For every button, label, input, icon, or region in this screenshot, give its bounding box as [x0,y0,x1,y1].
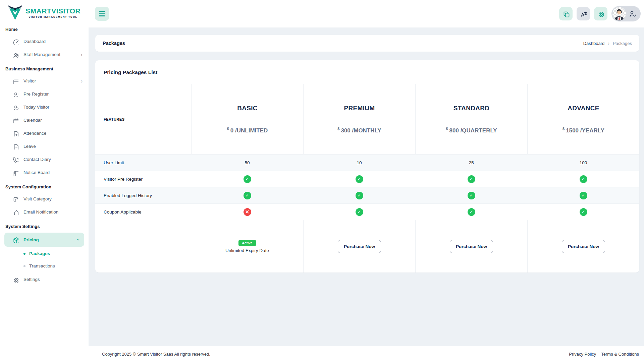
avatar [612,7,626,20]
file-plus-icon [12,130,18,136]
sidebar: SMARTVISITOR VISITOR MANAGEMENT TOOL Hom… [0,0,89,362]
sidebar-item-notice-board[interactable]: Notice Board [0,166,89,179]
package-icon [12,237,18,243]
table-row-visitor-pre-register: Visitor Pre Register [95,171,639,187]
gear-icon [12,277,18,283]
sidebar-item-settings[interactable]: Settings [0,273,89,286]
plan-header-basic: BASIC $0 /UNLIMITED [191,84,303,154]
sidebar-item-attendance[interactable]: Attendance [0,127,89,140]
plan-header-advance: ADVANCE $1500 /YEARLY [527,84,639,154]
sidebar-subitem-transactions[interactable]: Transactions [20,260,89,272]
chevron-right-icon [608,41,609,46]
chevron-down-icon [76,239,81,241]
check-icon [244,175,251,183]
person-check-icon [629,10,636,17]
bullet-icon [23,253,25,255]
table-row-coupon-applicable: Coupon Applicable [95,203,639,220]
sidebar-item-pre-register[interactable]: Pre Register [0,87,89,101]
active-badge: Active [238,240,256,246]
person-check-icon [12,104,18,110]
pricing-card-title: Pricing Packages List [95,60,639,84]
plans-action-row: Active Unlimited Expiry Date Purchase No… [95,220,639,273]
section-system-configuration: System Configuration [0,179,89,192]
check-icon [468,208,475,216]
sidebar-item-today-visitor[interactable]: Today Visitor [0,101,89,114]
window-icon [12,78,18,84]
sidebar-item-email-notification[interactable]: Email Notification [0,205,89,219]
calendar-icon [12,117,18,123]
clipboard-button[interactable] [559,7,573,20]
check-icon [580,192,587,199]
brand-logo[interactable]: SMARTVISITOR VISITOR MANAGEMENT TOOL [0,0,89,24]
footer: Copyright 2025 © Smart Visitor Saas All … [89,346,644,362]
table-row-enabled-logged-history: Enabled Logged History [95,187,639,203]
check-icon [468,175,475,183]
breadcrumb: Dashboard Packages [583,41,632,46]
plan-header-standard: STANDARD $800 /QUARTERLY [415,84,527,154]
hamburger-icon [99,11,105,12]
brand-tagline: VISITOR MANAGEMENT TOOL [25,15,80,18]
brand-logo-icon [7,4,23,21]
gear-icon [597,10,604,17]
bell-icon [12,209,18,215]
check-icon [356,175,363,183]
sidebar-subitem-packages[interactable]: Packages [20,247,89,260]
brand-name: SMARTVISITOR [25,7,80,14]
section-home: Home [0,24,89,35]
section-business-management: Business Management [0,61,89,74]
expiry-text: Unlimited Expiry Date [225,248,269,253]
sidebar-item-visit-category[interactable]: Visit Category [0,192,89,205]
check-icon [468,192,475,199]
dashboard-icon [12,39,18,45]
user-menu[interactable] [611,6,641,21]
users-icon [12,52,18,58]
pricing-packages-card: Pricing Packages List FEATURES BASIC $0 … [95,60,639,273]
check-icon [580,208,587,216]
file-minus-icon [12,143,18,149]
copyright-text: Copyright 2025 © Smart Visitor Saas All … [102,352,210,357]
purchase-now-button-premium[interactable]: Purchase Now [338,240,381,253]
person-plus-icon [12,91,18,97]
purchase-now-button-advance[interactable]: Purchase Now [562,240,605,253]
copy-icon [562,10,570,17]
translate-icon [580,10,587,17]
sidebar-item-leave[interactable]: Leave [0,140,89,153]
cross-icon [244,208,251,216]
page-header-card: Packages Dashboard Packages [95,35,639,52]
terms-conditions-link[interactable]: Terms & Conditions [601,352,639,357]
board-icon [12,170,18,176]
chevron-right-icon [81,78,83,83]
sidebar-item-pricing[interactable]: Pricing [4,233,84,247]
check-icon [356,208,363,216]
sidebar-item-contact-diary[interactable]: Contact Diary [0,153,89,166]
bullet-icon [23,265,25,267]
settings-button[interactable] [594,7,607,20]
features-header: FEATURES [95,84,191,154]
phone-icon [12,157,18,163]
check-icon [580,175,587,183]
breadcrumb-dashboard[interactable]: Dashboard [583,41,605,46]
sidebar-item-calendar[interactable]: Calendar [0,114,89,127]
basic-plan-status: Active Unlimited Expiry Date [191,220,303,273]
table-row-user-limit: User Limit 50 10 25 100 [95,154,639,171]
pricing-submenu: Packages Transactions [20,247,89,272]
topbar [89,0,644,27]
footer-links: Privacy Policy Terms & Conditions [569,352,639,357]
plans-header-row: FEATURES BASIC $0 /UNLIMITED PREMIUM $30… [95,84,639,154]
privacy-policy-link[interactable]: Privacy Policy [569,352,596,357]
breadcrumb-current: Packages [613,41,632,46]
sidebar-toggle-button[interactable] [95,7,109,21]
section-system-settings: System Settings [0,219,89,232]
copy-icon [12,196,18,202]
purchase-now-button-standard[interactable]: Purchase Now [450,240,493,253]
plan-header-premium: PREMIUM $300 /MONTHLY [303,84,415,154]
check-icon [356,192,363,199]
chevron-right-icon [81,52,83,57]
topbar-actions [559,6,641,21]
content: Packages Dashboard Packages Pricing Pack… [89,27,644,346]
sidebar-item-dashboard[interactable]: Dashboard [0,35,89,48]
sidebar-item-visitor[interactable]: Visitor [0,74,89,87]
sidebar-item-staff-management[interactable]: Staff Management [0,48,89,61]
main-area: Packages Dashboard Packages Pricing Pack… [89,0,644,362]
language-button[interactable] [577,7,590,20]
